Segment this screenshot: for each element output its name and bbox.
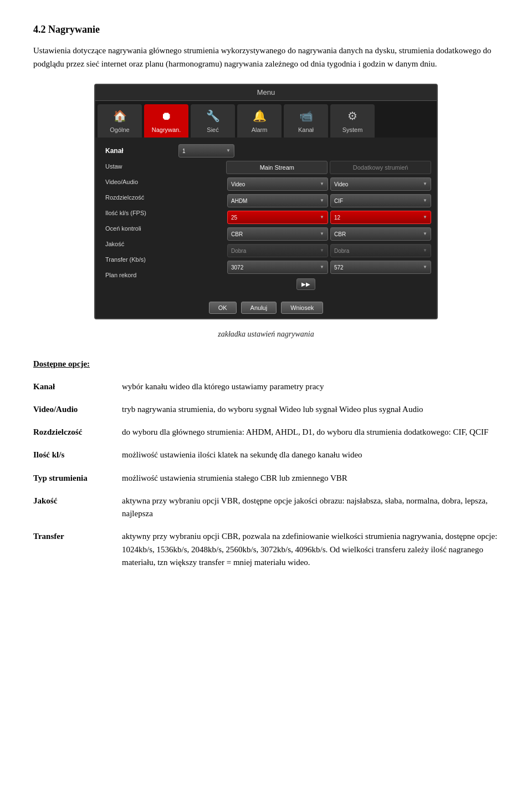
right-grid: 1 ▼ Main Stream Dodatkowy strumień [178, 143, 431, 292]
label-ustaw: Ustaw [101, 159, 178, 174]
sub-video-dropdown[interactable]: Video ▼ [330, 177, 431, 191]
option-desc: tryb nagrywania strumienia, do wyboru sy… [122, 403, 499, 416]
option-desc: wybór kanału wideo dla którego ustawiamy… [122, 380, 499, 393]
main-cbr-dropdown[interactable]: CBR ▼ [227, 227, 328, 241]
tab-system[interactable]: ⚙ System [330, 104, 375, 138]
sub-res-value: CIF [334, 197, 343, 205]
channel-dropdown[interactable]: 1 ▼ [178, 144, 234, 157]
dropdown-arrow-4: ▼ [423, 197, 427, 204]
option-desc: możliwość ustawienia strumienia stałego … [122, 472, 499, 485]
transfer-row: 3072 ▼ 572 ▼ [178, 259, 431, 275]
caption-text: zakładka ustawień nagrywania [33, 328, 499, 340]
dropdown-arrow-1: ▼ [320, 181, 324, 187]
label-kanal: Kanał [101, 143, 178, 159]
dropdown-arrow-7: ▼ [320, 231, 324, 237]
sub-video-value: Video [334, 180, 348, 189]
sub-quality-dropdown[interactable]: Dobra ▼ [330, 244, 431, 257]
main-transfer-dropdown[interactable]: 3072 ▼ [227, 261, 328, 274]
dropdown-arrow-11: ▼ [320, 264, 324, 271]
tab-alarm-label: Alarm [252, 125, 268, 135]
option-desc: aktywna przy wybraniu opcji VBR, dostępn… [122, 495, 499, 521]
screenshot-container: Menu 🏠 Ogólne ⏺ Nagrywan. 🔧 Sieć 🔔 Alarm… [33, 84, 499, 319]
main-video-value: Video [231, 180, 245, 189]
plan-button[interactable]: ▶▶ [296, 278, 315, 290]
tab-row: 🏠 Ogólne ⏺ Nagrywan. 🔧 Sieć 🔔 Alarm 📹 Ka… [95, 101, 437, 138]
label-rozdzielczosc: Rozdzielczość [101, 190, 178, 205]
menu-bar: Menu [95, 85, 437, 101]
option-desc: do wyboru dla głównego strumienia: AHDM,… [122, 426, 499, 439]
tab-nagrywanie[interactable]: ⏺ Nagrywan. [144, 104, 188, 138]
intro-paragraph: Ustawienia dotyczące nagrywania głównego… [33, 44, 499, 70]
home-icon: 🏠 [113, 108, 127, 124]
bottom-buttons: OK Anuluj Wniosek [95, 297, 437, 318]
dropdown-arrow-12: ▼ [423, 264, 427, 271]
dvr-ui: Menu 🏠 Ogólne ⏺ Nagrywan. 🔧 Sieć 🔔 Alarm… [94, 84, 438, 319]
tab-siec[interactable]: 🔧 Sieć [191, 104, 235, 138]
sub-fps-dropdown[interactable]: 12 ▼ [330, 211, 431, 224]
tab-siec-label: Sieć [207, 125, 218, 135]
label-videoaudio: Video/Audio [101, 174, 178, 190]
sub-cbr-dropdown[interactable]: CBR ▼ [330, 227, 431, 241]
resolution-row: AHDM ▼ CIF ▼ [178, 193, 431, 208]
quality-row: Dobra ▼ Dobra ▼ [178, 243, 431, 258]
dropdown-arrow-9: ▼ [320, 247, 324, 254]
content-area: Kanał Ustaw Video/Audio Rozdzielczość Il… [95, 138, 437, 297]
option-term: Jakość [33, 495, 122, 521]
option-term: Video/Audio [33, 403, 122, 416]
option-row: Kanałwybór kanału wideo dla którego usta… [33, 380, 499, 393]
fps-row: 25 ▼ 12 ▼ [178, 210, 431, 225]
option-term: Ilość kl/s [33, 449, 122, 461]
left-labels: Kanał Ustaw Video/Audio Rozdzielczość Il… [101, 143, 178, 292]
ok-button[interactable]: OK [209, 302, 237, 314]
dropdown-arrow-8: ▼ [423, 231, 427, 237]
option-term: Rozdzielczość [33, 426, 122, 439]
sub-transfer-dropdown[interactable]: 572 ▼ [330, 261, 431, 274]
dropdown-arrow-5: ▼ [320, 214, 324, 221]
tab-kanal-label: Kanał [298, 125, 314, 135]
sub-res-dropdown[interactable]: CIF ▼ [330, 194, 431, 207]
main-quality-dropdown[interactable]: Dobra ▼ [227, 244, 328, 257]
option-row: Rozdzielczośćdo wyboru dla głównego stru… [33, 426, 499, 439]
option-desc: możliwość ustawienia ilości klatek na se… [122, 449, 499, 461]
main-video-dropdown[interactable]: Video ▼ [227, 177, 328, 191]
option-desc: aktywny przy wybraniu opcji CBR, pozwala… [122, 530, 499, 569]
tab-system-label: System [342, 125, 363, 135]
main-quality-value: Dobra [231, 247, 246, 255]
options-heading: Dostępne opcje: [33, 358, 499, 370]
dropdown-arrow-2: ▼ [423, 181, 427, 187]
tab-kanal[interactable]: 📹 Kanał [284, 104, 328, 138]
main-res-dropdown[interactable]: AHDM ▼ [227, 194, 328, 207]
main-fps-value: 25 [231, 213, 237, 222]
tab-ogolne-label: Ogólne [110, 125, 129, 135]
plan-row: ▶▶ [178, 276, 431, 292]
option-term: Typ strumienia [33, 472, 122, 485]
play-icon: ▶▶ [301, 280, 310, 288]
cbr-row: CBR ▼ CBR ▼ [178, 226, 431, 242]
dropdown-arrow-6: ▼ [423, 214, 427, 221]
tab-alarm[interactable]: 🔔 Alarm [237, 104, 282, 138]
label-jakosc: Jakość [101, 236, 178, 252]
tab-ogolne[interactable]: 🏠 Ogólne [98, 104, 142, 138]
options-list: Kanałwybór kanału wideo dla którego usta… [33, 380, 499, 569]
main-stream-label: Main Stream [226, 161, 328, 175]
tab-nagrywanie-label: Nagrywan. [152, 125, 181, 135]
dropdown-arrow-10: ▼ [423, 247, 427, 254]
option-term: Transfer [33, 530, 122, 569]
main-fps-dropdown[interactable]: 25 ▼ [227, 211, 328, 224]
channel-row: 1 ▼ [178, 143, 431, 159]
dropdown-arrow: ▼ [226, 147, 231, 154]
option-row: Video/Audiotryb nagrywania strumienia, d… [33, 403, 499, 416]
menu-label: Menu [257, 88, 275, 96]
option-row: Transferaktywny przy wybraniu opcji CBR,… [33, 530, 499, 569]
label-ilosc: Ilość kl/s (FPS) [101, 205, 178, 221]
channel-value: 1 [182, 147, 186, 155]
sub-stream-label: Dodatkowy strumień [330, 161, 431, 175]
main-res-value: AHDM [231, 197, 247, 205]
apply-button[interactable]: Wniosek [281, 302, 323, 314]
camera-icon: 📹 [299, 108, 313, 124]
section-title: 4.2 Nagrywanie [33, 22, 499, 37]
cancel-button[interactable]: Anuluj [241, 302, 277, 314]
option-row: Typ strumieniamożliwość ustawienia strum… [33, 472, 499, 485]
option-term: Kanał [33, 380, 122, 393]
dropdown-arrow-3: ▼ [320, 197, 324, 204]
